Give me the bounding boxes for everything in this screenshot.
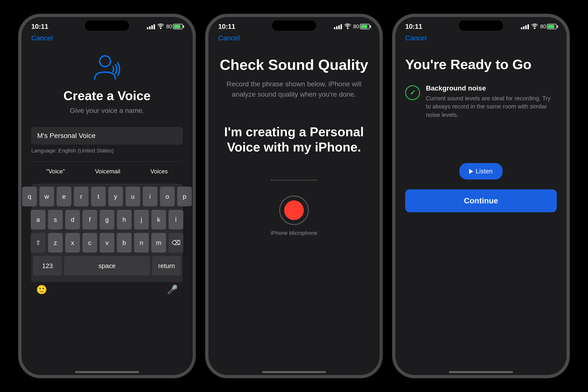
- listen-button[interactable]: Listen: [459, 163, 502, 180]
- key-o[interactable]: o: [160, 187, 175, 206]
- autocomplete-item-1[interactable]: "Voice": [41, 166, 70, 177]
- status-time: 10:11: [218, 22, 235, 30]
- signal-icon: [334, 24, 342, 29]
- cancel-button[interactable]: Cancel: [31, 34, 183, 42]
- voice-name-input[interactable]: M's Personal Voice: [31, 127, 183, 144]
- key-k[interactable]: k: [151, 210, 166, 230]
- page-subtitle: Record the phrase shown below. iPhone wi…: [218, 79, 370, 100]
- record-button-container: iPhone Microphone: [271, 196, 317, 236]
- keyboard: q w e r t y u i o p a s d: [31, 184, 183, 282]
- key-a[interactable]: a: [31, 210, 46, 230]
- key-t[interactable]: t: [91, 187, 106, 206]
- key-r[interactable]: r: [74, 187, 89, 206]
- key-d[interactable]: d: [65, 210, 80, 230]
- key-s[interactable]: s: [48, 210, 63, 230]
- key-x[interactable]: x: [65, 233, 80, 252]
- autocomplete-item-2[interactable]: Voicemail: [90, 166, 125, 177]
- status-icons: 80: [147, 23, 183, 30]
- key-return[interactable]: return: [152, 256, 181, 276]
- battery-indicator: 80: [353, 23, 370, 30]
- volume-up-button[interactable]: [19, 71, 21, 91]
- battery-icon: [360, 24, 370, 29]
- key-b[interactable]: b: [117, 233, 132, 252]
- signal-icon: [147, 24, 155, 29]
- recording-phrase: I'm creating a Personal Voice with my iP…: [218, 124, 370, 155]
- cancel-button[interactable]: Cancel: [405, 34, 557, 42]
- battery-icon: [173, 24, 183, 29]
- volume-down-button[interactable]: [205, 96, 207, 115]
- waveform-display: [271, 180, 317, 181]
- key-row-1: q w e r t y u i o p: [33, 187, 181, 206]
- key-f[interactable]: f: [83, 210, 97, 230]
- home-indicator: [262, 371, 326, 373]
- record-inner: [284, 200, 304, 220]
- battery-indicator: 80: [166, 23, 183, 30]
- emoji-icon[interactable]: 🙂: [36, 284, 47, 295]
- key-backspace[interactable]: ⌫: [169, 233, 183, 252]
- phone-2: 10:11 80: [205, 14, 383, 378]
- key-w[interactable]: w: [39, 187, 54, 206]
- key-e[interactable]: e: [57, 187, 71, 206]
- continue-button[interactable]: Continue: [405, 189, 557, 212]
- key-i[interactable]: i: [143, 187, 158, 206]
- key-shift[interactable]: ⇧: [31, 233, 46, 252]
- page-title: You're Ready to Go: [405, 57, 557, 72]
- home-indicator: [449, 371, 513, 373]
- battery-indicator: 80: [540, 23, 557, 30]
- volume-down-button[interactable]: [19, 96, 21, 115]
- keyboard-bottom-bar: 🙂 🎤: [31, 282, 183, 297]
- phone-1: 10:11 80: [19, 14, 196, 378]
- key-row-4: 123 space return: [33, 256, 181, 276]
- key-n[interactable]: n: [134, 233, 149, 252]
- key-row-2: a s d f g h j k l: [33, 210, 181, 230]
- power-button[interactable]: [567, 78, 569, 106]
- power-button[interactable]: [381, 78, 383, 106]
- dynamic-island: [459, 20, 503, 31]
- dynamic-island: [85, 20, 129, 31]
- key-row-3: ⇧ z x c v b n m ⌫: [33, 233, 181, 252]
- cancel-button[interactable]: Cancel: [218, 34, 240, 42]
- person-voice-icon: [31, 54, 183, 82]
- wifi-icon: [158, 24, 164, 29]
- checkmark-icon: ✓: [410, 88, 415, 97]
- wifi-icon: [531, 24, 538, 29]
- microphone-label: iPhone Microphone: [271, 230, 317, 236]
- page-title: Check Sound Quality: [220, 57, 368, 73]
- key-l[interactable]: l: [169, 210, 183, 230]
- key-q[interactable]: q: [22, 187, 37, 206]
- mute-button[interactable]: [392, 56, 394, 70]
- key-y[interactable]: y: [108, 187, 123, 206]
- record-button[interactable]: [279, 196, 309, 225]
- status-icons: 80: [334, 23, 370, 30]
- key-h[interactable]: h: [117, 210, 132, 230]
- check-item-body: Current sound levels are ideal for recor…: [426, 94, 557, 119]
- status-time: 10:11: [31, 22, 48, 30]
- status-icons: 80: [521, 23, 557, 30]
- key-v[interactable]: v: [100, 233, 114, 252]
- volume-down-button[interactable]: [392, 96, 394, 115]
- key-g[interactable]: g: [100, 210, 114, 230]
- autocomplete-item-3[interactable]: Voices: [145, 166, 173, 177]
- status-time: 10:11: [405, 22, 422, 30]
- mute-button[interactable]: [19, 56, 21, 70]
- play-icon: [469, 169, 473, 174]
- check-text: Background noise Current sound levels ar…: [426, 84, 557, 119]
- key-p[interactable]: p: [177, 187, 192, 206]
- key-123[interactable]: 123: [33, 256, 62, 276]
- language-label: Language: English (United States): [31, 148, 183, 154]
- key-c[interactable]: c: [83, 233, 97, 252]
- volume-up-button[interactable]: [392, 71, 394, 91]
- page-subtitle: Give your voice a name.: [31, 107, 183, 114]
- key-m[interactable]: m: [151, 233, 166, 252]
- autocomplete-bar: "Voice" Voicemail Voices: [31, 161, 183, 181]
- svg-point-0: [100, 56, 111, 67]
- signal-icon: [521, 24, 529, 29]
- mute-button[interactable]: [205, 56, 207, 70]
- volume-up-button[interactable]: [205, 71, 207, 91]
- key-j[interactable]: j: [134, 210, 149, 230]
- key-u[interactable]: u: [126, 187, 140, 206]
- key-z[interactable]: z: [48, 233, 63, 252]
- power-button[interactable]: [194, 78, 196, 106]
- dictation-icon[interactable]: 🎤: [167, 284, 178, 295]
- key-space[interactable]: space: [64, 256, 150, 276]
